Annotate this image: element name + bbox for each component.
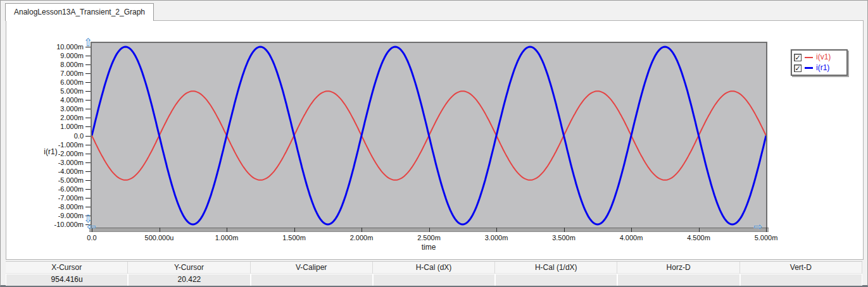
x-tick-label: 0.0 xyxy=(65,234,118,241)
y-tick-mark xyxy=(85,118,91,118)
status-header: V-Caliper xyxy=(251,262,373,274)
legend-label-ir1: i(r1) xyxy=(816,64,829,72)
y-tick-mark xyxy=(85,154,91,154)
status-header: H-Cal (dX) xyxy=(373,262,495,274)
x-tick-label: 1.000m xyxy=(200,234,253,241)
status-column-Vert-D: Vert-D xyxy=(740,262,862,286)
status-header: X-Cursor xyxy=(6,262,128,274)
x-tick-label: 2.500m xyxy=(403,234,456,241)
y-tick-label: -6.000m xyxy=(24,185,84,193)
y-tick-label: 2.000m xyxy=(24,114,84,121)
y-tick-label: 6.000m xyxy=(24,78,84,86)
graph-window: AnalogLesson13A_Transient_2_Graph i(r1) … xyxy=(0,0,868,287)
y-tick-label: -7.000m xyxy=(24,194,84,202)
status-value xyxy=(618,274,739,286)
status-value xyxy=(741,274,862,286)
legend-dash-ir1 xyxy=(805,67,813,69)
tab-graph[interactable]: AnalogLesson13A_Transient_2_Graph xyxy=(5,3,154,21)
y-tick-label: 7.000m xyxy=(24,70,84,77)
legend-dash-iv1 xyxy=(805,57,813,58)
status-header: H-Cal (1/dX) xyxy=(495,262,617,274)
y-tick-mark xyxy=(85,64,91,65)
y-tick-label: -10.000m xyxy=(24,221,84,228)
x-tick-mark xyxy=(631,228,632,232)
plot-area[interactable] xyxy=(91,42,767,228)
y-tick-label: 5.000m xyxy=(24,87,84,95)
y-tick-label: -5.000m xyxy=(24,176,84,184)
status-header: Vert-D xyxy=(740,262,862,274)
y-tick-label: -2.000m xyxy=(24,150,84,157)
x-tick-mark xyxy=(429,228,430,232)
y-tick-label: -9.000m xyxy=(24,212,84,219)
x-axis-title: time xyxy=(410,243,448,252)
y-tick-mark xyxy=(85,136,91,137)
y-tick-mark xyxy=(85,126,91,127)
pan-up-arrow-icon[interactable]: ⇧ xyxy=(84,37,92,48)
y-tick-mark xyxy=(85,73,91,74)
status-header: Horz-D xyxy=(617,262,739,274)
tab-title: AnalogLesson13A_Transient_2_Graph xyxy=(14,8,145,16)
x-tick-label: 3.000m xyxy=(470,234,523,241)
legend-row-iv1: ✓ i(v1) xyxy=(794,52,845,63)
status-value xyxy=(251,274,372,286)
y-tick-label: 3.000m xyxy=(24,105,84,113)
legend-row-ir1: ✓ i(r1) xyxy=(794,63,845,73)
y-tick-label: -1.000m xyxy=(24,141,84,149)
y-tick-mark xyxy=(85,145,91,145)
legend-label-iv1: i(v1) xyxy=(816,53,831,61)
y-tick-mark xyxy=(85,180,91,181)
y-tick-mark xyxy=(85,207,91,207)
y-tick-label: 0.0 xyxy=(24,132,84,140)
y-tick-mark xyxy=(85,189,91,190)
y-tick-label: -8.000m xyxy=(24,203,84,211)
status-column-V-Caliper: V-Caliper xyxy=(251,262,373,286)
waveform-canvas xyxy=(92,43,766,228)
x-tick-label: 3.500m xyxy=(538,234,591,241)
checkbox-ir1[interactable]: ✓ xyxy=(794,64,802,72)
x-tick-mark xyxy=(362,228,362,232)
y-tick-mark xyxy=(85,82,91,83)
y-tick-label: 9.000m xyxy=(24,52,84,59)
x-tick-mark xyxy=(294,228,295,232)
cursor-status-bar: X-Cursor954.416uY-Cursor20.422V-CaliperH… xyxy=(6,261,862,286)
status-column-H-Cal (1/dX): H-Cal (1/dX) xyxy=(495,262,617,286)
status-value: 954.416u xyxy=(6,274,127,286)
y-tick-label: 1.000m xyxy=(24,123,84,130)
x-tick-label: 2.000m xyxy=(335,234,388,241)
status-column-Y-Cursor: Y-Cursor20.422 xyxy=(128,262,250,286)
x-tick-label: 4.500m xyxy=(672,234,726,241)
pan-right-arrow-icon[interactable]: ⇨ xyxy=(753,221,762,232)
x-tick-label: 5.000m xyxy=(739,234,793,241)
y-tick-mark xyxy=(85,56,91,56)
y-tick-mark xyxy=(85,162,91,163)
y-tick-mark xyxy=(85,171,91,172)
series-curve-i(r1) xyxy=(92,47,766,224)
plot-panel: i(r1) 10.000m9.000m8.000m7.000m6.000m5.0… xyxy=(6,20,864,260)
y-tick-label: 4.000m xyxy=(24,96,84,104)
x-tick-mark xyxy=(496,228,497,232)
pan-left-arrow-icon[interactable]: ⇦ xyxy=(87,221,96,232)
x-tick-label: 4.000m xyxy=(605,234,658,241)
x-tick-mark xyxy=(766,228,767,232)
checkbox-iv1[interactable]: ✓ xyxy=(794,54,802,61)
status-column-H-Cal (dX): H-Cal (dX) xyxy=(373,262,495,286)
y-tick-label: 8.000m xyxy=(24,61,84,68)
y-tick-label: -4.000m xyxy=(24,168,84,175)
status-column-Horz-D: Horz-D xyxy=(617,262,739,286)
x-tick-mark xyxy=(564,228,565,232)
y-tick-mark xyxy=(85,100,91,101)
legend: ✓ i(v1) ✓ i(r1) xyxy=(791,49,848,76)
y-tick-label: -3.000m xyxy=(24,159,84,166)
status-value xyxy=(496,274,617,286)
y-tick-mark xyxy=(85,109,91,109)
y-tick-mark xyxy=(85,91,91,92)
status-header: Y-Cursor xyxy=(128,262,250,274)
x-tick-mark xyxy=(699,228,700,232)
status-value: 20.422 xyxy=(129,274,249,286)
x-tick-mark xyxy=(160,228,160,232)
x-tick-mark xyxy=(227,228,227,232)
status-column-X-Cursor: X-Cursor954.416u xyxy=(6,262,128,286)
x-tick-label: 500.000u xyxy=(133,234,186,241)
x-tick-label: 1.500m xyxy=(268,234,321,241)
y-tick-mark xyxy=(85,198,91,198)
